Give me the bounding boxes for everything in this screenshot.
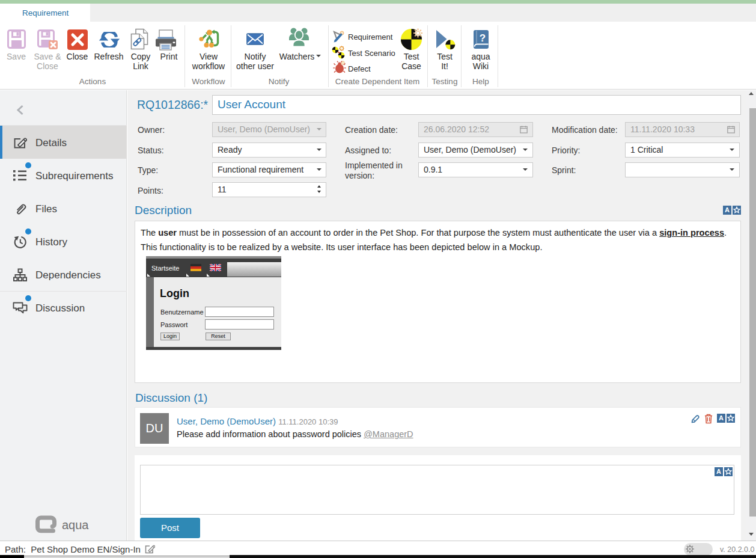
svg-text:?: ? [480,32,486,44]
